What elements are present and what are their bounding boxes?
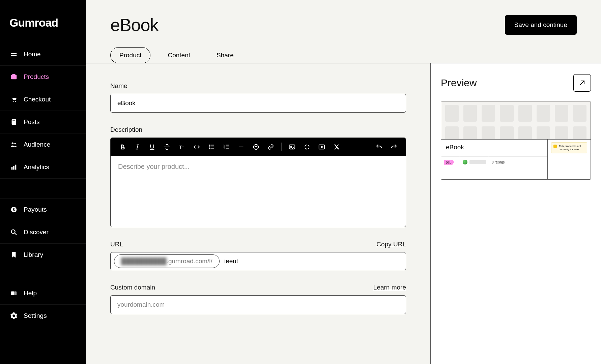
sidebar-divider — [0, 266, 86, 282]
svg-point-28 — [209, 147, 210, 147]
cart-icon — [10, 96, 18, 103]
svg-rect-2 — [11, 75, 17, 80]
svg-point-38 — [255, 146, 256, 147]
quote-icon[interactable] — [252, 143, 260, 151]
svg-text:$: $ — [13, 208, 15, 212]
page-title: eBook — [110, 15, 158, 35]
svg-text:T: T — [179, 145, 182, 150]
url-prefix-pill[interactable]: ██████████.gumroad.com/l/ — [114, 254, 220, 268]
help-icon — [10, 290, 18, 297]
svg-point-4 — [13, 101, 14, 102]
avatar-icon — [463, 160, 467, 164]
undo-icon[interactable] — [375, 143, 383, 151]
video-icon[interactable] — [317, 143, 326, 151]
svg-text:3: 3 — [224, 148, 225, 150]
open-preview-button[interactable] — [573, 74, 591, 92]
sidebar-item-posts[interactable]: Posts — [0, 111, 86, 133]
url-prefix-visible: .gumroad.com/l/ — [167, 257, 212, 265]
custom-domain-label: Custom domain — [110, 284, 155, 291]
strikethrough-icon[interactable] — [163, 143, 171, 151]
gear-icon — [10, 312, 18, 320]
preview-price-cell: $10 — [441, 156, 460, 168]
sidebar-item-audience[interactable]: Audience — [0, 133, 86, 156]
price-tag: $10 — [444, 160, 454, 165]
sidebar-item-analytics[interactable]: Analytics — [0, 156, 86, 178]
svg-text:T: T — [182, 146, 184, 149]
preview-title: Preview — [441, 77, 477, 89]
svg-rect-3 — [12, 74, 15, 75]
svg-point-5 — [15, 101, 16, 102]
svg-line-44 — [580, 81, 584, 85]
sidebar-item-label: Analytics — [24, 163, 49, 171]
sidebar-item-label: Help — [24, 290, 37, 297]
toolbar-separator — [281, 143, 282, 151]
svg-rect-18 — [11, 292, 14, 295]
sidebar-item-settings[interactable]: Settings — [0, 304, 86, 327]
tab-share[interactable]: Share — [207, 47, 243, 63]
bookmark-icon — [10, 251, 18, 259]
sidebar: Gumroad Home Products Checkout Posts Aud… — [0, 0, 86, 364]
svg-rect-13 — [15, 165, 17, 170]
sidebar-item-products[interactable]: Products — [0, 65, 86, 88]
sidebar-item-discover[interactable]: Discover — [0, 221, 86, 243]
copy-url-button[interactable]: Copy URL — [376, 241, 406, 248]
name-input[interactable] — [110, 94, 406, 113]
document-icon — [10, 118, 18, 126]
svg-point-9 — [12, 143, 14, 145]
sidebar-item-library[interactable]: Library — [0, 243, 86, 266]
learn-more-link[interactable]: Learn more — [373, 284, 406, 291]
preview-cover-placeholder — [441, 101, 591, 139]
tabs: Product Content Share — [110, 47, 577, 63]
svg-point-37 — [254, 145, 259, 150]
svg-point-10 — [14, 143, 16, 145]
horizontal-rule-icon[interactable] — [237, 143, 246, 151]
sidebar-item-label: Products — [24, 73, 49, 81]
url-label: URL — [110, 241, 123, 248]
url-field-group: URL Copy URL ██████████.gumroad.com/l/ — [110, 241, 406, 270]
svg-point-27 — [209, 145, 210, 146]
svg-rect-7 — [12, 120, 15, 121]
description-input[interactable]: Describe your product... — [111, 156, 406, 227]
embed-icon[interactable] — [303, 143, 311, 151]
redo-icon[interactable] — [390, 143, 398, 151]
description-label: Description — [110, 126, 142, 133]
save-and-continue-button[interactable]: Save and continue — [505, 15, 577, 35]
numbered-list-icon[interactable]: 123 — [222, 143, 231, 151]
sidebar-item-home[interactable]: Home — [0, 43, 86, 65]
preview-ratings-cell: 0 ratings — [489, 156, 547, 168]
sidebar-item-help[interactable]: Help — [0, 282, 86, 304]
sidebar-item-payouts[interactable]: $ Payouts — [0, 199, 86, 221]
underline-icon[interactable] — [148, 143, 156, 151]
bulleted-list-icon[interactable] — [207, 143, 216, 151]
sidebar-item-label: Discover — [24, 229, 49, 236]
custom-domain-input[interactable] — [110, 295, 406, 314]
products-icon — [10, 73, 18, 81]
preview-author-cell — [460, 156, 489, 168]
svg-marker-43 — [321, 146, 323, 148]
preview-empty-row — [441, 168, 547, 179]
image-icon[interactable] — [288, 143, 296, 151]
bold-icon[interactable] — [118, 143, 127, 151]
main: eBook Save and continue Product Content … — [86, 0, 601, 364]
url-slug-input[interactable] — [220, 255, 402, 268]
brand-name: Gumroad — [9, 16, 77, 29]
sidebar-item-label: Payouts — [24, 206, 47, 213]
link-icon[interactable] — [266, 143, 275, 151]
heading-icon[interactable]: TT — [177, 143, 186, 151]
svg-rect-0 — [11, 53, 17, 54]
name-field-group: Name — [110, 82, 406, 113]
twitter-icon[interactable] — [332, 143, 341, 151]
code-icon[interactable] — [192, 143, 201, 151]
svg-rect-12 — [13, 166, 15, 170]
tab-content[interactable]: Content — [159, 47, 199, 63]
description-field-group: Description TT 123 — [110, 126, 406, 227]
brand-logo: Gumroad — [0, 0, 86, 43]
sidebar-item-checkout[interactable]: Checkout — [0, 88, 86, 111]
preview-empty-side — [547, 156, 591, 179]
italic-icon[interactable] — [133, 143, 142, 151]
tab-product[interactable]: Product — [110, 47, 150, 63]
url-input[interactable]: ██████████.gumroad.com/l/ — [110, 252, 406, 270]
preview-warning-badge: This product is not currently for sale. — [551, 142, 587, 153]
author-placeholder — [469, 160, 486, 164]
dollar-icon: $ — [10, 206, 18, 213]
